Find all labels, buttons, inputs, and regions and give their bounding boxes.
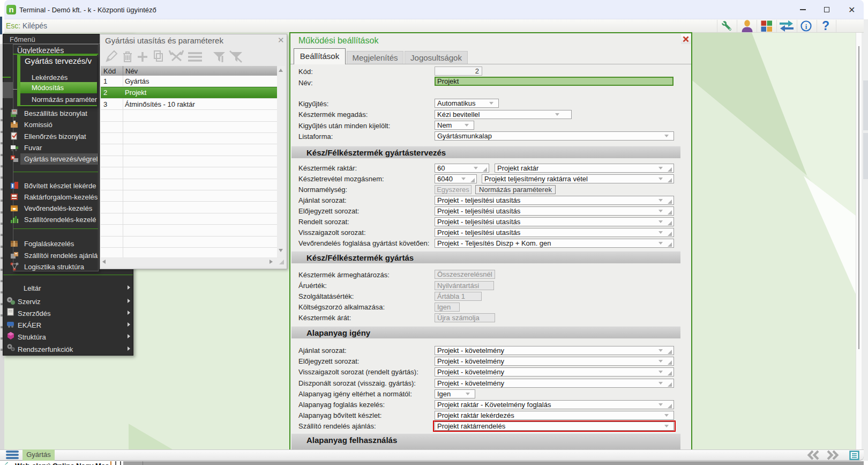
svg-text:i: i — [805, 23, 807, 31]
